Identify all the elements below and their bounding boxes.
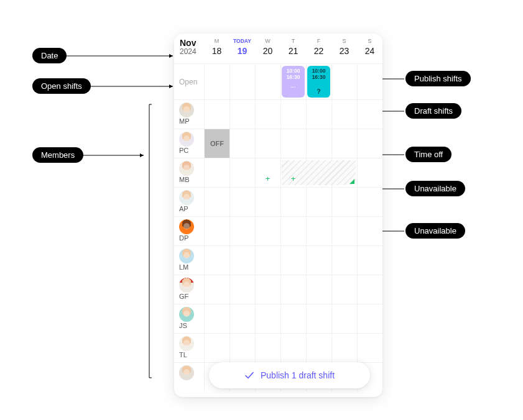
schedule-cell[interactable] bbox=[204, 217, 229, 245]
schedule-cell[interactable] bbox=[357, 304, 382, 333]
member-cell[interactable]: TL bbox=[174, 334, 204, 362]
schedule-cell[interactable] bbox=[280, 246, 306, 275]
member-cell[interactable]: DP bbox=[174, 217, 204, 245]
published-shift[interactable]: 10:0016:30? bbox=[307, 66, 330, 98]
schedule-cell[interactable] bbox=[306, 334, 331, 362]
schedule-cell[interactable] bbox=[357, 217, 382, 245]
schedule-cell[interactable] bbox=[280, 334, 306, 362]
member-cell[interactable]: MP bbox=[174, 100, 204, 129]
member-cell[interactable]: PC bbox=[174, 129, 204, 158]
add-shift-icon[interactable]: + bbox=[291, 175, 296, 183]
month-label: Nov 2024 bbox=[174, 34, 204, 63]
schedule-cell[interactable] bbox=[280, 275, 306, 304]
schedule-cell[interactable] bbox=[229, 334, 255, 362]
schedule-cell[interactable] bbox=[357, 129, 382, 158]
schedule-cell[interactable] bbox=[255, 334, 280, 362]
schedule-cell[interactable] bbox=[204, 188, 229, 216]
schedule-cell[interactable] bbox=[331, 100, 357, 129]
schedule-cell[interactable] bbox=[204, 64, 229, 99]
schedule-cell[interactable] bbox=[204, 304, 229, 333]
schedule-cell[interactable] bbox=[229, 304, 255, 333]
schedule-cell[interactable] bbox=[306, 275, 331, 304]
schedule-cell[interactable] bbox=[357, 334, 382, 362]
member-cell[interactable]: GF bbox=[174, 275, 204, 304]
schedule-cell[interactable] bbox=[331, 129, 357, 158]
annotation-draft-shifts: Draft shifts bbox=[405, 103, 461, 119]
schedule-cell[interactable] bbox=[204, 275, 229, 304]
day-column[interactable]: S24 bbox=[357, 34, 382, 63]
schedule-cell[interactable] bbox=[229, 64, 255, 99]
day-number: 22 bbox=[306, 46, 331, 57]
day-of-week: T bbox=[280, 39, 306, 46]
schedule-cell[interactable] bbox=[229, 158, 255, 187]
schedule-cell[interactable] bbox=[280, 129, 306, 158]
schedule-cell[interactable] bbox=[229, 100, 255, 129]
day-column[interactable]: F22 bbox=[306, 34, 331, 63]
schedule-cell[interactable] bbox=[306, 304, 331, 333]
unavailable-corner-icon bbox=[349, 179, 354, 184]
schedule-cell[interactable] bbox=[229, 217, 255, 245]
schedule-cell[interactable] bbox=[357, 100, 382, 129]
schedule-cell[interactable] bbox=[280, 188, 306, 216]
schedule-cell[interactable] bbox=[357, 158, 382, 187]
schedule-cell[interactable] bbox=[306, 246, 331, 275]
day-column[interactable]: W20 bbox=[255, 34, 280, 63]
publish-button-label: Publish 1 draft shift bbox=[261, 370, 335, 380]
schedule-cell[interactable] bbox=[204, 158, 229, 187]
member-row: DP bbox=[174, 216, 382, 245]
annotation-unavailable-1: Unavailable bbox=[405, 181, 465, 196]
member-cell[interactable]: LM bbox=[174, 246, 204, 275]
schedule-cell[interactable] bbox=[204, 334, 229, 362]
schedule-cell[interactable] bbox=[255, 304, 280, 333]
schedule-cell[interactable] bbox=[306, 188, 331, 216]
schedule-cell[interactable] bbox=[306, 217, 331, 245]
day-of-week: TODAY bbox=[229, 39, 255, 46]
draft-shift[interactable]: 10:0016:30… bbox=[282, 66, 305, 98]
schedule-cell[interactable] bbox=[255, 64, 280, 99]
schedule-cell[interactable] bbox=[331, 188, 357, 216]
schedule-cell[interactable] bbox=[255, 217, 280, 245]
day-column[interactable]: S23 bbox=[331, 34, 357, 63]
schedule-cell[interactable] bbox=[331, 64, 357, 99]
day-column[interactable]: TODAY19 bbox=[229, 34, 255, 63]
publish-button[interactable]: Publish 1 draft shift bbox=[209, 362, 370, 388]
day-column[interactable]: M18 bbox=[204, 34, 229, 63]
schedule-cell[interactable] bbox=[357, 64, 382, 99]
schedule-cell[interactable] bbox=[331, 246, 357, 275]
add-shift-icon[interactable]: + bbox=[266, 175, 271, 183]
schedule-cell[interactable] bbox=[204, 100, 229, 129]
avatar bbox=[179, 336, 194, 351]
schedule-cell[interactable] bbox=[357, 275, 382, 304]
schedule-cell[interactable] bbox=[357, 246, 382, 275]
member-cell[interactable]: JS bbox=[174, 304, 204, 333]
schedule-cell[interactable]: OFF bbox=[204, 129, 229, 158]
day-of-week: S bbox=[357, 39, 382, 46]
member-cell[interactable]: MB bbox=[174, 158, 204, 187]
schedule-cell[interactable] bbox=[357, 188, 382, 216]
schedule-cell[interactable] bbox=[280, 217, 306, 245]
time-off-chip[interactable]: OFF bbox=[205, 129, 229, 158]
schedule-cell[interactable] bbox=[255, 100, 280, 129]
schedule-cell[interactable] bbox=[229, 275, 255, 304]
schedule-cell[interactable] bbox=[306, 129, 331, 158]
schedule-cell[interactable] bbox=[255, 129, 280, 158]
schedule-cell[interactable] bbox=[280, 100, 306, 129]
schedule-cell[interactable] bbox=[331, 304, 357, 333]
schedule-cell[interactable] bbox=[306, 100, 331, 129]
schedule-cell[interactable] bbox=[255, 246, 280, 275]
schedule-cell[interactable] bbox=[331, 217, 357, 245]
schedule-cell[interactable] bbox=[255, 188, 280, 216]
day-column[interactable]: T21 bbox=[280, 34, 306, 63]
schedule-cell[interactable] bbox=[204, 246, 229, 275]
member-initials: MP bbox=[179, 118, 190, 125]
schedule-cell[interactable] bbox=[229, 129, 255, 158]
schedule-cell[interactable] bbox=[331, 275, 357, 304]
member-cell[interactable]: AP bbox=[174, 188, 204, 216]
member-row: GF bbox=[174, 275, 382, 304]
schedule-cell[interactable] bbox=[229, 188, 255, 216]
schedule-cell[interactable] bbox=[331, 334, 357, 362]
schedule-cell[interactable] bbox=[229, 246, 255, 275]
schedule-cell[interactable] bbox=[280, 304, 306, 333]
annotation-time-off: Time off bbox=[405, 147, 451, 162]
schedule-cell[interactable] bbox=[255, 275, 280, 304]
